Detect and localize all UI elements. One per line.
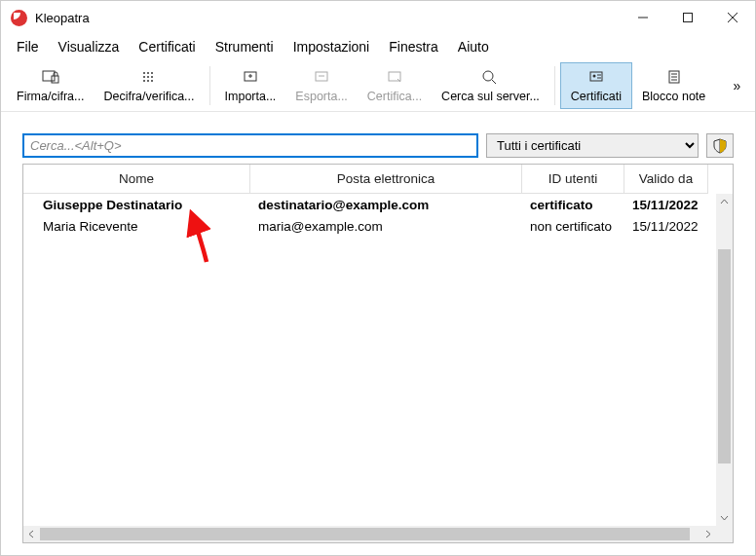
cell-name: Maria Ricevente [23,219,250,234]
cell-valid: 15/11/2022 [624,198,708,212]
toolbar-export-label: Esporta... [295,90,348,103]
scroll-right-button[interactable] [699,526,716,542]
scroll-track[interactable] [716,210,733,509]
search-icon [481,67,499,87]
menu-tools[interactable]: Strumenti [206,36,284,57]
toolbar-import-label: Importa... [225,90,277,103]
shield-icon [712,138,728,154]
filter-shield-button[interactable] [706,133,734,158]
toolbar-export-button: Esporta... [285,62,358,109]
certify-icon [386,67,403,87]
certificate-table: Nome Posta elettronica ID utenti Valido … [22,164,734,543]
scroll-track[interactable] [40,526,699,542]
cell-name: Giuseppe Destinatario [23,198,250,212]
scroll-down-button[interactable] [716,509,733,526]
toolbar-sign-encrypt-label: Firma/cifra... [17,90,84,103]
menubar: File Visualizza Certificati Strumenti Im… [1,34,755,59]
app-icon [11,10,27,26]
toolbar: Firma/cifra... Decifra/verifica... Impor… [1,59,755,112]
table-row[interactable]: Maria Ricevente maria@example.com non ce… [23,215,733,237]
svg-point-5 [151,72,153,74]
menu-file[interactable]: File [7,36,49,57]
toolbar-decrypt-verify-button[interactable]: Decifra/verifica... [94,62,204,109]
toolbar-lookup-server-label: Cerca sul server... [441,90,540,103]
export-icon [313,67,330,87]
notepad-icon [665,67,683,87]
cell-uid: certificato [522,198,624,212]
column-header-email[interactable]: Posta elettronica [250,165,522,194]
toolbar-certify-button: Certifica... [358,62,432,109]
toolbar-certificates-label: Certificati [571,90,622,103]
horizontal-scrollbar[interactable] [23,526,733,542]
toolbar-notepad-button[interactable]: Blocco note [632,62,715,109]
column-header-name[interactable]: Nome [23,165,250,194]
toolbar-separator [554,66,555,105]
scroll-thumb[interactable] [40,528,690,540]
toolbar-overflow-button[interactable]: » [726,78,749,93]
svg-point-3 [143,72,145,74]
svg-rect-16 [590,72,602,81]
scroll-left-button[interactable] [23,526,40,542]
svg-point-8 [151,76,153,78]
window-title: Kleopatra [35,11,621,25]
certificates-icon [587,67,605,87]
scroll-up-button[interactable] [716,194,733,210]
svg-point-17 [592,75,595,78]
cell-email: maria@example.com [250,219,522,234]
scroll-thumb[interactable] [718,249,731,463]
toolbar-separator [209,66,210,105]
menu-certificates[interactable]: Certificati [129,36,205,57]
toolbar-import-button[interactable]: Importa... [215,62,286,109]
import-icon [242,67,259,87]
svg-point-10 [147,80,149,82]
menu-settings[interactable]: Impostazioni [284,36,380,57]
svg-point-7 [147,76,149,78]
column-header-valid[interactable]: Valido da [624,165,708,194]
svg-point-6 [143,76,145,78]
menu-help[interactable]: Aiuto [448,36,499,57]
scroll-corner [716,526,733,542]
svg-point-4 [147,72,149,74]
vertical-scrollbar[interactable] [716,194,733,526]
svg-point-11 [151,80,153,82]
toolbar-certify-label: Certifica... [367,90,422,103]
menu-view[interactable]: Visualizza [49,36,130,57]
decrypt-verify-icon [140,67,158,87]
sign-encrypt-icon [42,67,59,87]
window-maximize-button[interactable] [665,3,710,32]
toolbar-decrypt-verify-label: Decifra/verifica... [103,90,194,103]
svg-point-9 [143,80,145,82]
window-minimize-button[interactable] [621,3,665,32]
cell-valid: 15/11/2022 [624,219,708,234]
toolbar-notepad-label: Blocco note [642,90,705,103]
svg-rect-0 [684,14,693,22]
cell-uid: non certificato [522,219,624,234]
toolbar-certificates-button[interactable]: Certificati [560,62,632,109]
filter-combobox[interactable]: Tutti i certificati [486,133,699,158]
cell-email: destinatario@example.com [250,198,522,212]
table-row[interactable]: Giuseppe Destinatario destinatario@examp… [23,194,733,215]
menu-window[interactable]: Finestra [379,36,448,57]
toolbar-sign-encrypt-button[interactable]: Firma/cifra... [7,62,94,109]
svg-point-15 [483,71,493,81]
search-input[interactable] [22,133,478,158]
window-close-button[interactable] [710,3,755,32]
toolbar-lookup-server-button[interactable]: Cerca sul server... [432,62,549,109]
column-header-uid[interactable]: ID utenti [522,165,624,194]
